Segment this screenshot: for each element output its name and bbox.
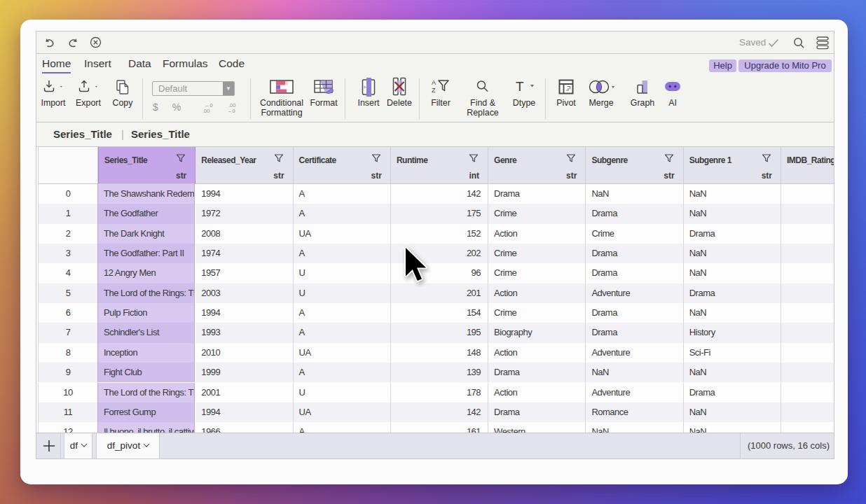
svg-text:→0: →0 <box>227 108 235 113</box>
svg-text:Z: Z <box>432 87 436 94</box>
svg-text:.00: .00 <box>202 108 209 113</box>
svg-text:A: A <box>432 79 436 86</box>
svg-text:T: T <box>516 79 524 94</box>
